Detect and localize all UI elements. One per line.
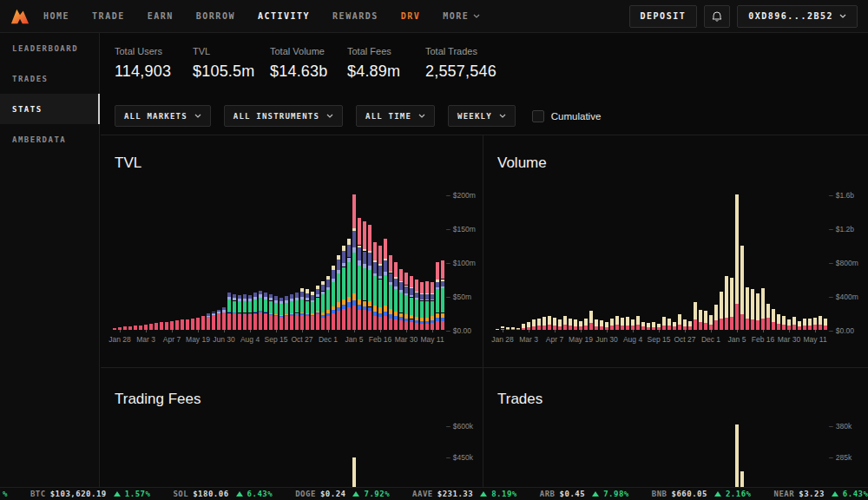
bar-segment-red [766,318,770,330]
nav-item-earn[interactable]: EARN [148,11,174,21]
nav-item-drv[interactable]: DRV [401,11,421,21]
bar-segment-purple [363,252,366,265]
bar-segment-red [394,319,398,330]
bar-segment-blue [378,313,382,318]
sidebar-item-amberdata[interactable]: AMBERDATA [0,124,99,155]
sidebar-item-leaderboard[interactable]: LEADERBOARD [0,33,99,63]
bar-segment-red [269,315,273,330]
cumulative-toggle[interactable]: Cumulative [532,110,602,122]
cumulative-checkbox[interactable] [532,110,544,122]
stat-label: Total Volume [270,46,347,56]
nav-item-trade[interactable]: TRADE [92,11,125,21]
ticker-item-near[interactable]: NEAR $3.23 6.43% [774,490,868,498]
bar-segment-pink [420,282,424,293]
bar-segment-red [222,312,226,330]
ticker-item-sol[interactable]: SOL $180.06 6.43% [173,490,273,498]
bar-segment-red [506,329,510,330]
bar-segment-lavender [253,297,257,299]
bar-segment-cream [777,314,780,325]
bar-segment-purple [321,285,325,292]
up-triangle-icon [714,491,721,497]
bar-segment-green [295,300,299,313]
bar-segment-purple [425,294,429,299]
bar-segment-purple [431,294,434,299]
bar-segment-red [537,326,541,330]
bar-segment-green [259,298,262,311]
bar-segment-cream [516,328,520,330]
ticker-item-aave[interactable]: AAVE $231.33 8.19% [412,490,517,498]
bar-segment-blue [389,314,392,319]
filter-dropdown-all-instruments[interactable]: ALL INSTRUMENTS [224,105,343,127]
filter-dropdown-all-markets[interactable]: ALL MARKETS [115,105,211,127]
bar-segment-cream [522,324,525,327]
bar-segment-cream [725,276,728,319]
ticker-item-bnb[interactable]: BNB $660.05 2.16% [652,490,752,498]
bar-segment-blue [253,312,257,313]
bar-segment-lavender [285,300,288,303]
nav-item-rewards[interactable]: REWARDS [332,11,378,21]
nav-item-home[interactable]: HOME [43,11,69,21]
bar-segment-lavender [212,313,215,315]
ticker-item-btc[interactable]: BTC $103,620.19 1.57% [30,490,150,498]
bar-segment-red [123,326,127,330]
ticker-item-arb[interactable]: ARB $0.45 7.98% [540,490,629,498]
bar-segment-cream [792,317,796,325]
bar-segment-red [233,313,236,330]
bar-segment-purple [285,296,288,300]
nav-item-more[interactable]: MORE [443,11,480,21]
bar-segment-green [264,299,267,312]
filter-dropdown-all-time[interactable]: ALL TIME [356,105,435,127]
bar-segment-lavender [264,297,267,299]
nav-item-activity[interactable]: ACTIVITY [258,11,310,21]
bar-segment-orange [441,313,444,319]
app-logo-icon[interactable] [9,7,31,26]
bar-segment-blue [264,312,267,313]
bar-segment-red [756,320,760,330]
bar-segment-orange [306,313,309,315]
bar-segment-red [542,326,546,330]
sidebar-item-stats[interactable]: STATS [0,94,99,124]
main-content: Total Users 114,903TVL $105.5mTotal Volu… [101,34,868,487]
filter-dropdown-weekly[interactable]: WEEKLY [448,105,516,127]
bar-segment-red [798,326,801,330]
bar-segment-cream [699,310,702,323]
nav-items: HOMETRADEEARNBORROWACTIVITYREWARDSDRVMOR… [43,11,503,21]
stat-total-trades: Total Trades 2,557,546 [425,46,529,97]
sidebar-item-trades[interactable]: TRADES [0,63,99,94]
bar-segment-red [264,313,267,331]
tvl-chart-panel[interactable]: TVL –$200m–$150m–$100m–$50m–$0.00Jan 28M… [101,135,483,368]
bar-segment-red [621,326,624,330]
bar-segment-purple [332,270,335,279]
bar-segment-pink [384,239,387,259]
x-axis-tick-mark [172,330,173,332]
volume-chart-panel[interactable]: Volume –$1.6b–$1.2b–$800m–$400m–$0.00Jan… [483,135,868,368]
bar-segment-cream [425,293,429,295]
wallet-address-button[interactable]: 0XD896...2B52 [737,5,858,28]
ticker-item-doge[interactable]: DOGE $0.24 7.92% [295,490,390,498]
bar-segment-red [352,306,356,330]
trading-fees-chart-panel[interactable]: Trading Fees –$600k–$450k [101,368,483,487]
bar-segment-cream [537,319,541,326]
bar-segment-purple [238,295,241,299]
bar-segment-pink [389,255,392,272]
bar-segment-red [113,328,116,330]
bell-icon [712,10,722,22]
nav-item-borrow[interactable]: BORROW [196,11,235,21]
bar-segment-blue [332,310,335,313]
stats-row: Total Users 114,903TVL $105.5mTotal Volu… [101,34,868,97]
bar-segment-red [134,326,137,330]
bar-segment-red [792,325,796,330]
notifications-button[interactable] [704,5,730,28]
price-ticker-bar: % BTC $103,620.19 1.57%SOL $180.06 6.43%… [0,487,868,500]
bar-segment-red [431,323,434,330]
bar-segment-blue [410,319,413,322]
trades-chart-panel[interactable]: Trades –380k–285k [483,368,868,487]
deposit-button[interactable]: DEPOSIT [629,5,698,28]
bar-segment-blue [269,313,273,315]
bar-segment-purple [436,282,439,287]
x-axis-tick-mark [224,330,225,332]
bar-segment-blue [431,320,434,323]
bar-segment-green [352,253,356,293]
bar-segment-red [378,317,382,330]
bar-segment-purple [264,293,267,297]
